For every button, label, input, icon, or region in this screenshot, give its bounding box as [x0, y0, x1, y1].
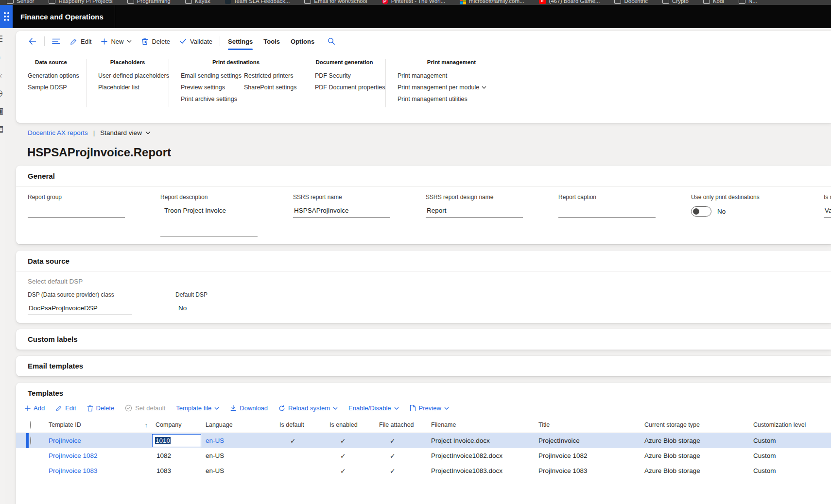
column-header-is-default[interactable]: Is default [279, 421, 329, 428]
enable-disable-button[interactable]: Enable/Disable [348, 404, 398, 412]
breadcrumb-link[interactable]: Docentric AX reports [28, 129, 88, 136]
ribbon-group-document-generation: Document generation PDF Security PDF Doc… [303, 59, 386, 107]
dsp-class-input[interactable]: DocPsaProjInvoiceDSP [28, 304, 132, 315]
bookmark-item[interactable]: Team SLA Feedback... [225, 0, 290, 5]
email-templates-section[interactable]: Email templates [16, 356, 831, 376]
bookmark-item[interactable]: Sensor [7, 0, 34, 5]
set-default-button[interactable]: Set default [125, 404, 165, 412]
preview-button[interactable]: Preview [410, 404, 449, 412]
ribbon-item[interactable]: User-defined placeholders [87, 72, 169, 79]
validate-label: Validate [190, 38, 212, 45]
language-cell[interactable]: en-US [206, 437, 279, 444]
folder-icon [185, 0, 192, 4]
delete-button[interactable]: Delete [137, 31, 175, 51]
edit-button[interactable]: Edit [65, 31, 96, 51]
ribbon-item[interactable]: Preview settings [169, 84, 232, 91]
new-button[interactable]: New [96, 31, 137, 51]
ribbon-item[interactable]: Print management per module [386, 84, 517, 91]
tab-options[interactable]: Options [285, 31, 320, 51]
pinterest-icon: P [382, 0, 388, 4]
select-default-dsp-button[interactable]: Select default DSP [28, 278, 819, 285]
report-description-input[interactable]: Troon Project Invoice [160, 207, 258, 218]
delete-button[interactable]: Delete [87, 404, 115, 412]
report-group-input[interactable] [28, 207, 125, 218]
column-header-file-attached[interactable]: File attached [379, 421, 431, 428]
tab-settings[interactable]: Settings [223, 31, 258, 51]
bookmark-item[interactable]: (467) Board Game... [539, 0, 600, 5]
ribbon-item[interactable]: PDF Security [303, 72, 385, 79]
section-title[interactable]: General [28, 172, 819, 180]
ssrs-design-name-input[interactable]: Report [426, 207, 523, 218]
is-enabled-check: ✓ [329, 452, 379, 460]
ribbon-item[interactable]: Placeholder list [87, 84, 169, 91]
section-title[interactable]: Templates [16, 389, 831, 397]
column-header-title[interactable]: Title [538, 421, 644, 428]
view-selector[interactable]: Standard view [100, 129, 151, 136]
reload-system-button[interactable]: Reload system [278, 404, 338, 412]
column-header-language[interactable]: Language [206, 421, 279, 428]
ribbon-item[interactable]: Generation options [16, 72, 86, 79]
field-report-description: Report description Troon Project Invoice [160, 194, 279, 236]
select-all-radio[interactable] [30, 421, 31, 429]
edit-button[interactable]: Edit [55, 404, 76, 412]
menu-icon[interactable]: ☰ [0, 34, 5, 52]
ribbon-item[interactable]: Print management [386, 72, 517, 79]
ssrs-report-name-input[interactable]: HSPSAProjInvoice [293, 207, 390, 218]
bookmark-item[interactable]: Programming [127, 0, 171, 5]
bookmark-item[interactable]: Email for work/school [304, 0, 367, 5]
tab-tools[interactable]: Tools [258, 31, 285, 51]
add-button[interactable]: Add [25, 404, 45, 412]
report-caption-input[interactable] [558, 207, 656, 218]
table-row[interactable]: ProjInvoice 1083 1083 en-US ✓ ✓ ProjectI… [16, 463, 831, 478]
bookmark-item[interactable]: Kodi [703, 0, 724, 5]
ribbon-item[interactable]: Print management utilities [386, 96, 517, 102]
ribbon-item[interactable]: SharePoint settings [232, 84, 296, 91]
section-title[interactable]: Data source [28, 257, 819, 265]
templates-grid: Template ID ↑ Company Language Is defaul… [16, 417, 831, 478]
custom-labels-section[interactable]: Custom labels [16, 329, 831, 350]
bookmark-item[interactable]: Crypto [662, 0, 689, 5]
workspace-icon[interactable]: ▣ [0, 106, 5, 124]
company-input[interactable]: 1010 [152, 434, 201, 447]
folder-icon [127, 0, 134, 4]
column-header-company[interactable]: Company [156, 421, 206, 428]
row-radio[interactable] [30, 437, 31, 445]
bookmark-item[interactable]: Kayak [185, 0, 210, 5]
column-header-customization-level[interactable]: Customization level [753, 421, 831, 428]
ribbon-item[interactable]: Sample DDSP [16, 84, 86, 91]
report-description-line2[interactable] [160, 236, 258, 236]
home-icon[interactable]: ⌂ [0, 52, 5, 70]
ribbon-item[interactable]: PDF Document properties [303, 84, 385, 91]
bookmark-item[interactable]: PPinterest - The Worl... [382, 0, 445, 5]
nav-toggle-button[interactable] [47, 31, 65, 51]
star-icon[interactable]: ☆ [0, 70, 5, 88]
bookmark-item[interactable]: N... [739, 0, 757, 5]
chevron-down-icon [145, 131, 151, 134]
validate-button[interactable]: Validate [175, 31, 217, 51]
ribbon-item[interactable]: Restricted printers [232, 72, 296, 79]
table-row[interactable]: ProjInvoice 1010 en-US ✓ ✓ ✓ Project Inv… [16, 433, 831, 448]
selected-row-indicator [26, 433, 29, 448]
column-header-template-id[interactable]: Template ID ↑ [49, 421, 156, 429]
column-header-storage-type[interactable]: Current storage type [644, 421, 753, 428]
template-id-link[interactable]: ProjInvoice [49, 437, 156, 444]
template-id-link[interactable]: ProjInvoice 1082 [49, 452, 156, 459]
list-icon[interactable]: ▤ [0, 124, 5, 142]
search-button[interactable] [323, 31, 340, 51]
back-button[interactable] [23, 31, 42, 51]
toggle-switch[interactable] [691, 206, 711, 217]
column-header-is-enabled[interactable]: Is enabled [329, 421, 379, 428]
app-launcher-button[interactable] [0, 5, 13, 28]
download-button[interactable]: Download [230, 404, 268, 412]
page-title: HSPSAProjInvoice.Report [27, 146, 831, 159]
ribbon-item[interactable]: Print archive settings [169, 96, 232, 102]
bookmark-item[interactable]: Raspberry Pi Projects [49, 0, 112, 5]
bookmark-item[interactable]: microsoft/family.com... [460, 0, 524, 5]
template-id-link[interactable]: ProjInvoice 1083 [49, 467, 156, 474]
table-row[interactable]: ProjInvoice 1082 1082 en-US ✓ ✓ ProjectI… [16, 448, 831, 463]
ribbon-item[interactable]: Email sending settings [169, 72, 232, 79]
clock-icon[interactable]: ◷ [0, 88, 5, 106]
template-file-button[interactable]: Template file [176, 404, 219, 412]
column-header-filename[interactable]: Filename [431, 421, 538, 428]
bookmark-item[interactable]: Docentric [614, 0, 648, 5]
